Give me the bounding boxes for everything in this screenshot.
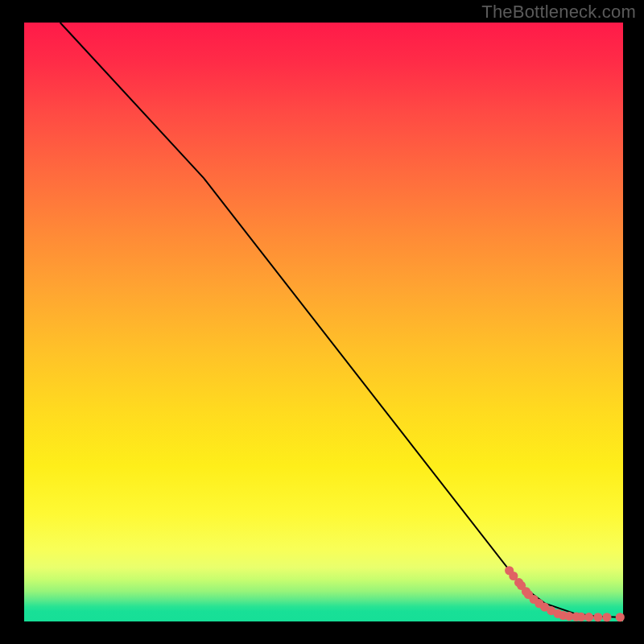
svg-point-18 xyxy=(616,613,625,621)
svg-point-15 xyxy=(584,613,593,621)
chart-stage: TheBottleneck.com xyxy=(0,0,644,644)
svg-point-17 xyxy=(602,613,611,621)
watermark-text: TheBottleneck.com xyxy=(481,2,636,23)
plot-area xyxy=(24,23,623,621)
svg-point-14 xyxy=(576,613,585,621)
chart-overlay xyxy=(24,23,623,621)
curve-line xyxy=(60,23,623,617)
svg-point-16 xyxy=(593,613,602,621)
marker-dots xyxy=(505,566,625,621)
